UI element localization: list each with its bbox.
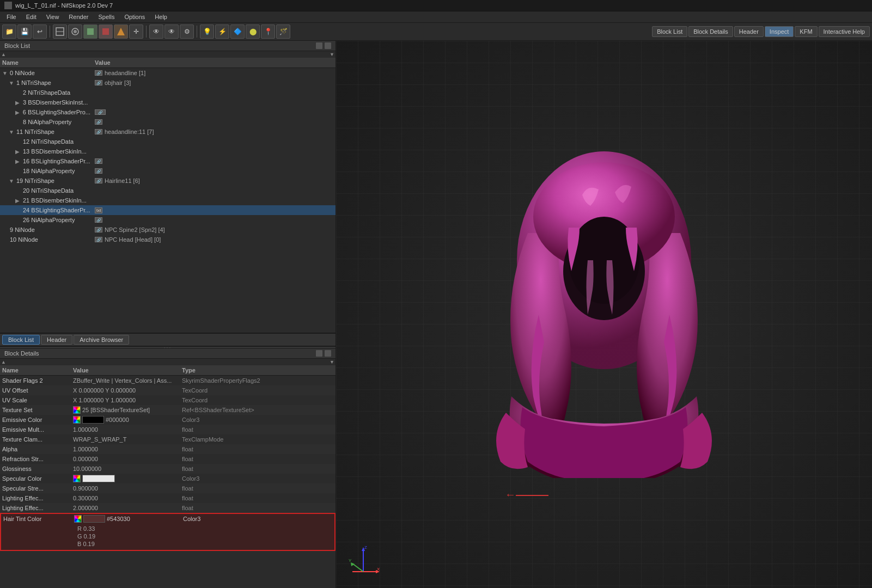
details-row-uv-offset[interactable]: UV Offset X 0.000000 Y 0.000000 TexCoord	[0, 385, 336, 395]
details-row-tex-clamp[interactable]: Texture Clam... WRAP_S_WRAP_T TexClampMo…	[0, 434, 336, 444]
toolbar-btn2[interactable]	[68, 24, 82, 39]
tree-row-13-value	[93, 151, 336, 152]
menu-help[interactable]: Help	[150, 13, 172, 21]
tree-row-6[interactable]: ▶ 6 BSLightingShaderPro... 🔗	[0, 107, 336, 117]
toolbar-view2[interactable]: 👁	[164, 24, 179, 39]
toolbar-wand[interactable]: 🪄	[276, 24, 290, 39]
tree-col-value: Value	[93, 59, 336, 66]
expand-3[interactable]: ▶	[15, 100, 22, 106]
details-value-glossiness: 10.000000	[71, 465, 180, 473]
toolbar-btn5[interactable]	[114, 24, 128, 39]
toolbar-block-details[interactable]: Block Details	[688, 26, 733, 37]
tree-row-20[interactable]: ▶ 20 NiTriShapeData	[0, 186, 336, 195]
toolbar-view1[interactable]: 👁	[149, 24, 163, 39]
details-value-uv-offset: X 0.000000 Y 0.000000	[71, 387, 180, 394]
details-scroll-up[interactable]: ▲	[1, 359, 6, 365]
toolbar-light3[interactable]: 🔷	[230, 24, 245, 39]
toolbar-kfm[interactable]: KFM	[795, 26, 817, 37]
menu-edit[interactable]: Edit	[22, 13, 41, 21]
toolbar-light1[interactable]: 💡	[200, 24, 214, 39]
details-row-lighting-effect1[interactable]: Lighting Effec... 0.300000 float	[0, 493, 336, 503]
tree-row-2[interactable]: ▶ 2 NiTriShapeData	[0, 88, 336, 97]
details-row-alpha[interactable]: Alpha 1.000000 float	[0, 444, 336, 454]
hair-tint-r-row: R 0.33	[77, 525, 330, 532]
tree-row-3[interactable]: ▶ 3 BSDisemberSkinInst...	[0, 97, 336, 107]
toolbar-inspect[interactable]: Inspect	[765, 26, 794, 37]
details-scroll-down[interactable]: ▼	[330, 359, 334, 365]
block-details-pin-icon[interactable]	[316, 350, 322, 357]
details-row-glossiness[interactable]: Glossiness 10.000000 float	[0, 464, 336, 474]
menu-render[interactable]: Render	[64, 13, 93, 21]
expand-13[interactable]: ▶	[15, 149, 22, 155]
toolbar-settings[interactable]: ⚙	[180, 24, 194, 39]
tree-row-16[interactable]: ▶ 16 BSLightingShaderPr... 🔗	[0, 156, 336, 166]
toolbar-marker[interactable]: 📍	[261, 24, 275, 39]
link-icon-18: 🔗	[95, 168, 102, 174]
toolbar-btn4[interactable]	[99, 24, 113, 39]
tab-header[interactable]: Header	[41, 335, 72, 345]
expand-0[interactable]: ▼	[2, 70, 9, 76]
expand-6[interactable]: ▶	[15, 109, 22, 115]
details-row-emissive-color[interactable]: Emissive Color #000000 Color3	[0, 415, 336, 425]
details-row-emissive-mult[interactable]: Emissive Mult... 1.000000 float	[0, 425, 336, 434]
tree-row-8[interactable]: ▶ 8 NiAlphaProperty 🔗	[0, 117, 336, 127]
menu-spells[interactable]: Spells	[94, 13, 119, 21]
hair-tint-section[interactable]: Hair Tint Color #543030 Color3	[0, 513, 336, 551]
details-row-lighting-effect2[interactable]: Lighting Effec... 2.000000 float	[0, 503, 336, 513]
expand-16[interactable]: ▶	[15, 158, 22, 164]
toolbar-light2[interactable]: ⚡	[215, 24, 229, 39]
details-row-shader-flags[interactable]: Shader Flags 2 ZBuffer_Write | Vertex_Co…	[0, 376, 336, 385]
tree-row-19[interactable]: ▼ 19 NiTriShape 🔗 Hairline11 [6]	[0, 176, 336, 186]
tree-row-18[interactable]: ▶ 18 NiAlphaProperty 🔗	[0, 166, 336, 176]
scroll-up-icon[interactable]: ▲	[1, 52, 6, 57]
details-row-uv-scale[interactable]: UV Scale X 1.000000 Y 1.000000 TexCoord	[0, 395, 336, 405]
toolbar-interactive-help[interactable]: Interactive Help	[819, 26, 870, 37]
tree-row-9[interactable]: ▶ 9 NiNode 🔗 NPC Spine2 [Spn2] [4]	[0, 225, 336, 235]
tree-row-6-name: ▶ 6 BSLightingShaderPro...	[0, 108, 93, 116]
scroll-down-icon[interactable]: ▼	[330, 52, 334, 57]
tree-row-26[interactable]: ▶ 26 NiAlphaProperty 🔗	[0, 215, 336, 225]
window-title: wig_L_T_01.nif - NifSkope 2.0 Dev 7	[15, 2, 113, 9]
menu-options[interactable]: Options	[120, 13, 149, 21]
panel-pin-icon[interactable]	[316, 42, 322, 49]
expand-1[interactable]: ▼	[9, 80, 15, 86]
tree-row-24[interactable]: ▶ 24 BSLightingShaderPr... txt	[0, 205, 336, 215]
expand-11[interactable]: ▼	[9, 129, 15, 135]
toolbar-save[interactable]: 💾	[17, 24, 32, 39]
tree-row-3-name: ▶ 3 BSDisemberSkinInst...	[0, 99, 93, 106]
details-row-specular-strength[interactable]: Specular Stre... 0.900000 float	[0, 483, 336, 493]
details-col-name: Name	[0, 366, 71, 374]
block-details-close-icon[interactable]	[325, 350, 331, 357]
details-row-specular-color[interactable]: Specular Color Color3	[0, 474, 336, 483]
toolbar-header[interactable]: Header	[734, 26, 764, 37]
expand-21[interactable]: ▶	[15, 198, 22, 204]
tree-row-12[interactable]: ▶ 12 NiTriShapeData	[0, 137, 336, 146]
toolbar-undo[interactable]: ↩	[33, 24, 47, 39]
tree-row-13[interactable]: ▶ 13 BSDisemberSkinIn...	[0, 146, 336, 156]
tree-row-10[interactable]: ▶ 10 NiNode 🔗 NPC Head [Head] [0]	[0, 235, 336, 244]
expand-19[interactable]: ▼	[9, 178, 15, 184]
toolbar-open[interactable]: 📁	[2, 24, 16, 39]
tree-row-26-name: ▶ 26 NiAlphaProperty	[0, 216, 93, 224]
menu-file[interactable]: File	[2, 13, 21, 21]
toolbar-btn1[interactable]	[53, 24, 67, 39]
toolbar-btn3[interactable]	[83, 24, 97, 39]
tree-row-9-name: ▶ 9 NiNode	[0, 226, 93, 234]
tree-row-0[interactable]: ▼ 0 NiNode 🔗 headandline [1]	[0, 68, 336, 78]
panel-close-icon[interactable]	[325, 42, 331, 49]
tree-row-1[interactable]: ▼ 1 NiTriShape 🔗 objhair [3]	[0, 78, 336, 88]
details-value-texture-set: 25 [BSShaderTextureSet]	[71, 406, 180, 414]
tab-archive-browser[interactable]: Archive Browser	[74, 335, 129, 345]
toolbar-color-sphere[interactable]: ⬤	[246, 24, 260, 39]
details-value-emissive-color: #000000	[71, 415, 180, 424]
toolbar-block-list[interactable]: Block List	[652, 26, 687, 37]
details-row-refraction[interactable]: Refraction Str... 0.000000 float	[0, 454, 336, 464]
tree-row-21[interactable]: ▶ 21 BSDisemberSkinIn...	[0, 195, 336, 205]
details-row-texture-set[interactable]: Texture Set 25 [BSShaderTextureSet] Ref<…	[0, 405, 336, 415]
viewport[interactable]: Z X Y ←———	[336, 41, 872, 588]
tree-row-11[interactable]: ▼ 11 NiTriShape 🔗 headandline:11 [7]	[0, 127, 336, 137]
tree-row-21-value	[93, 200, 336, 201]
tab-block-list[interactable]: Block List	[2, 335, 40, 345]
toolbar-move[interactable]: ✛	[129, 24, 143, 39]
menu-view[interactable]: View	[42, 13, 64, 21]
